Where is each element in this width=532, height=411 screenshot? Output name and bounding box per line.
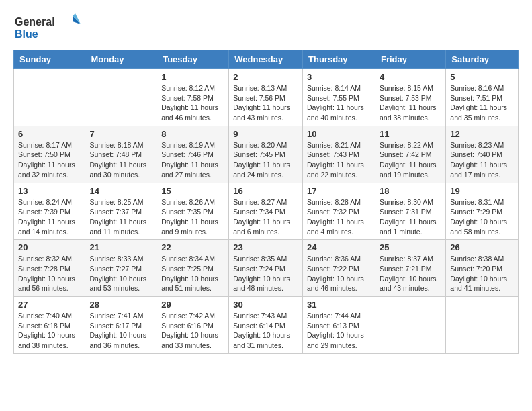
calendar-cell: 14Sunrise: 8:25 AMSunset: 7:37 PMDayligh… <box>85 183 157 240</box>
day-info: Sunrise: 8:34 AMSunset: 7:25 PMDaylight:… <box>161 254 224 293</box>
day-of-week-header: Wednesday <box>229 50 303 69</box>
day-info: Sunrise: 8:28 AMSunset: 7:32 PMDaylight:… <box>307 197 371 237</box>
day-info: Sunrise: 8:37 AMSunset: 7:21 PMDaylight:… <box>380 254 441 293</box>
day-info: Sunrise: 7:42 AMSunset: 6:16 PMDaylight:… <box>161 311 224 351</box>
day-info: Sunrise: 8:14 AMSunset: 7:55 PMDaylight:… <box>307 83 371 123</box>
day-number: 8 <box>161 129 224 139</box>
calendar-cell: 17Sunrise: 8:28 AMSunset: 7:32 PMDayligh… <box>303 183 375 240</box>
calendar-cell: 5Sunrise: 8:16 AMSunset: 7:51 PMDaylight… <box>446 69 519 126</box>
day-number: 1 <box>161 72 224 82</box>
day-number: 16 <box>233 186 298 196</box>
calendar-week-row: 27Sunrise: 7:40 AMSunset: 6:18 PMDayligh… <box>14 297 519 354</box>
calendar-week-row: 20Sunrise: 8:32 AMSunset: 7:28 PMDayligh… <box>14 240 519 297</box>
day-number: 23 <box>233 242 298 253</box>
calendar-cell <box>446 297 519 354</box>
page: General Blue SundayMondayTuesdayWednesda… <box>0 0 532 367</box>
calendar-cell: 10Sunrise: 8:21 AMSunset: 7:43 PMDayligh… <box>303 126 375 183</box>
day-of-week-header: Monday <box>85 50 157 69</box>
calendar-cell: 1Sunrise: 8:12 AMSunset: 7:58 PMDaylight… <box>157 69 229 126</box>
day-info: Sunrise: 8:22 AMSunset: 7:42 PMDaylight:… <box>380 140 441 180</box>
day-number: 19 <box>450 186 514 196</box>
day-number: 7 <box>89 129 152 139</box>
svg-text:Blue: Blue <box>15 28 38 40</box>
calendar-cell: 31Sunrise: 7:44 AMSunset: 6:13 PMDayligh… <box>303 297 375 354</box>
calendar-cell <box>375 297 445 354</box>
calendar-cell: 18Sunrise: 8:30 AMSunset: 7:31 PMDayligh… <box>375 183 445 240</box>
calendar-cell: 26Sunrise: 8:38 AMSunset: 7:20 PMDayligh… <box>446 240 519 297</box>
day-number: 30 <box>233 300 298 310</box>
day-number: 3 <box>307 72 371 82</box>
day-info: Sunrise: 8:15 AMSunset: 7:53 PMDaylight:… <box>380 83 441 123</box>
day-info: Sunrise: 8:38 AMSunset: 7:20 PMDaylight:… <box>450 254 514 293</box>
day-info: Sunrise: 8:26 AMSunset: 7:35 PMDaylight:… <box>161 197 224 237</box>
day-info: Sunrise: 8:25 AMSunset: 7:37 PMDaylight:… <box>89 197 152 237</box>
day-of-week-header: Saturday <box>446 50 519 69</box>
day-info: Sunrise: 8:33 AMSunset: 7:27 PMDaylight:… <box>89 254 152 293</box>
day-info: Sunrise: 8:31 AMSunset: 7:29 PMDaylight:… <box>450 197 514 237</box>
day-number: 2 <box>233 72 298 82</box>
calendar-week-row: 1Sunrise: 8:12 AMSunset: 7:58 PMDaylight… <box>14 69 519 126</box>
day-number: 9 <box>233 129 298 139</box>
header: General Blue <box>13 11 519 44</box>
day-number: 15 <box>161 186 224 196</box>
day-of-week-header: Thursday <box>303 50 375 69</box>
day-info: Sunrise: 8:23 AMSunset: 7:40 PMDaylight:… <box>450 140 514 180</box>
day-of-week-header: Tuesday <box>157 50 229 69</box>
day-of-week-header: Friday <box>375 50 445 69</box>
day-info: Sunrise: 8:21 AMSunset: 7:43 PMDaylight:… <box>307 140 371 180</box>
calendar-cell: 22Sunrise: 8:34 AMSunset: 7:25 PMDayligh… <box>157 240 229 297</box>
day-number: 29 <box>161 300 224 310</box>
day-number: 27 <box>18 300 81 310</box>
day-info: Sunrise: 8:27 AMSunset: 7:34 PMDaylight:… <box>233 197 298 237</box>
calendar-week-row: 13Sunrise: 8:24 AMSunset: 7:39 PMDayligh… <box>14 183 519 240</box>
calendar-cell: 11Sunrise: 8:22 AMSunset: 7:42 PMDayligh… <box>375 126 445 183</box>
calendar-cell: 15Sunrise: 8:26 AMSunset: 7:35 PMDayligh… <box>157 183 229 240</box>
day-number: 5 <box>450 72 514 82</box>
day-info: Sunrise: 8:32 AMSunset: 7:28 PMDaylight:… <box>18 254 81 293</box>
day-info: Sunrise: 8:13 AMSunset: 7:56 PMDaylight:… <box>233 83 298 123</box>
day-info: Sunrise: 7:41 AMSunset: 6:17 PMDaylight:… <box>89 311 152 351</box>
day-info: Sunrise: 8:30 AMSunset: 7:31 PMDaylight:… <box>380 197 441 237</box>
day-number: 4 <box>380 72 441 82</box>
calendar-cell: 3Sunrise: 8:14 AMSunset: 7:55 PMDaylight… <box>303 69 375 126</box>
day-number: 17 <box>307 186 371 196</box>
calendar-cell: 21Sunrise: 8:33 AMSunset: 7:27 PMDayligh… <box>85 240 157 297</box>
calendar-cell: 25Sunrise: 8:37 AMSunset: 7:21 PMDayligh… <box>375 240 445 297</box>
day-number: 25 <box>380 242 441 253</box>
calendar-cell: 28Sunrise: 7:41 AMSunset: 6:17 PMDayligh… <box>85 297 157 354</box>
calendar-cell <box>85 69 157 126</box>
calendar-cell: 23Sunrise: 8:35 AMSunset: 7:24 PMDayligh… <box>229 240 303 297</box>
calendar-cell: 13Sunrise: 8:24 AMSunset: 7:39 PMDayligh… <box>14 183 85 240</box>
day-info: Sunrise: 8:24 AMSunset: 7:39 PMDaylight:… <box>18 197 81 237</box>
svg-text:General: General <box>15 16 55 28</box>
day-info: Sunrise: 8:19 AMSunset: 7:46 PMDaylight:… <box>161 140 224 180</box>
day-number: 10 <box>307 129 371 139</box>
day-number: 21 <box>89 242 152 253</box>
day-of-week-header: Sunday <box>14 50 85 69</box>
calendar-cell: 16Sunrise: 8:27 AMSunset: 7:34 PMDayligh… <box>229 183 303 240</box>
day-info: Sunrise: 7:44 AMSunset: 6:13 PMDaylight:… <box>307 311 371 351</box>
day-info: Sunrise: 8:18 AMSunset: 7:48 PMDaylight:… <box>89 140 152 180</box>
calendar-cell: 12Sunrise: 8:23 AMSunset: 7:40 PMDayligh… <box>446 126 519 183</box>
calendar-cell: 29Sunrise: 7:42 AMSunset: 6:16 PMDayligh… <box>157 297 229 354</box>
day-number: 31 <box>307 300 371 310</box>
day-number: 13 <box>18 186 81 196</box>
day-info: Sunrise: 8:16 AMSunset: 7:51 PMDaylight:… <box>450 83 514 123</box>
day-info: Sunrise: 8:36 AMSunset: 7:22 PMDaylight:… <box>307 254 371 293</box>
calendar-cell: 24Sunrise: 8:36 AMSunset: 7:22 PMDayligh… <box>303 240 375 297</box>
day-info: Sunrise: 8:20 AMSunset: 7:45 PMDaylight:… <box>233 140 298 180</box>
day-number: 28 <box>89 300 152 310</box>
day-info: Sunrise: 7:40 AMSunset: 6:18 PMDaylight:… <box>18 311 81 351</box>
calendar-week-row: 6Sunrise: 8:17 AMSunset: 7:50 PMDaylight… <box>14 126 519 183</box>
day-number: 22 <box>161 242 224 253</box>
day-number: 11 <box>380 129 441 139</box>
calendar-cell: 7Sunrise: 8:18 AMSunset: 7:48 PMDaylight… <box>85 126 157 183</box>
day-number: 26 <box>450 242 514 253</box>
calendar-cell: 6Sunrise: 8:17 AMSunset: 7:50 PMDaylight… <box>14 126 85 183</box>
day-number: 12 <box>450 129 514 139</box>
day-info: Sunrise: 8:12 AMSunset: 7:58 PMDaylight:… <box>161 83 224 123</box>
calendar-cell: 30Sunrise: 7:43 AMSunset: 6:14 PMDayligh… <box>229 297 303 354</box>
day-info: Sunrise: 7:43 AMSunset: 6:14 PMDaylight:… <box>233 311 298 351</box>
day-number: 20 <box>18 242 81 253</box>
day-number: 24 <box>307 242 371 253</box>
